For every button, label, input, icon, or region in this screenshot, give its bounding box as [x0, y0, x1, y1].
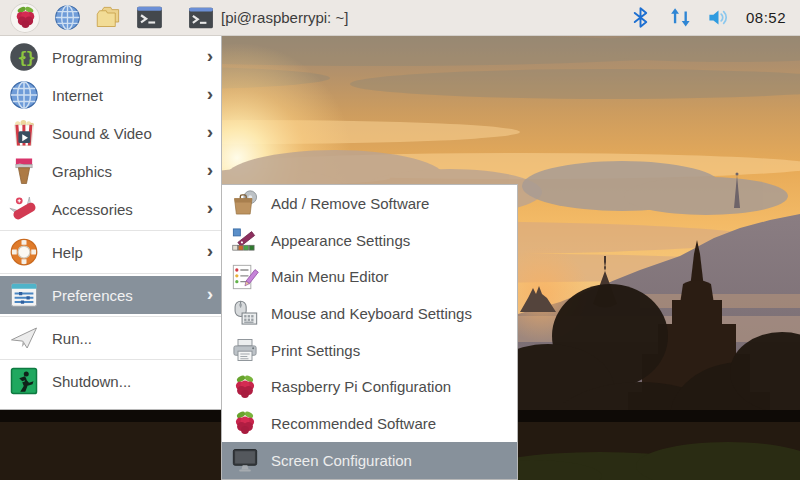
programming-icon: { }	[9, 42, 39, 72]
paper-plane-icon	[9, 323, 39, 353]
menu-item-label: Accessories	[52, 201, 194, 218]
submenu-arrow-icon: ›	[207, 84, 213, 106]
menu-item-graphics[interactable]: Graphics ›	[0, 152, 221, 190]
taskbar: [pi@raspberrypi: ~] 08:52	[0, 0, 800, 36]
menu-item-label: Preferences	[52, 287, 194, 304]
submenu-arrow-icon: ›	[207, 160, 213, 182]
submenu-item-appearance-settings[interactable]: Appearance Settings	[222, 222, 517, 259]
menu-item-run[interactable]: Run...	[0, 319, 221, 357]
submenu-item-add-remove-software[interactable]: Add / Remove Software	[222, 185, 517, 222]
raspberry-icon	[231, 373, 259, 401]
internet-globe-icon	[9, 80, 39, 110]
popcorn-media-icon	[9, 118, 39, 148]
raspberry-icon	[12, 4, 39, 31]
svg-text:}: }	[26, 48, 36, 67]
menu-item-internet[interactable]: Internet ›	[0, 76, 221, 114]
submenu-item-label: Screen Configuration	[271, 452, 507, 469]
monitor-icon	[231, 446, 259, 474]
menu-item-accessories[interactable]: Accessories ›	[0, 190, 221, 228]
color-swatches-icon	[231, 226, 259, 254]
menu-item-label: Help	[52, 244, 194, 261]
submenu-item-main-menu-editor[interactable]: Main Menu Editor	[222, 258, 517, 295]
menu-item-programming[interactable]: { } Programming ›	[0, 38, 221, 76]
menu-item-label: Graphics	[52, 163, 194, 180]
clock[interactable]: 08:52	[746, 9, 786, 26]
submenu-arrow-icon: ›	[207, 122, 213, 144]
submenu-item-label: Print Settings	[271, 342, 507, 359]
list-pencil-icon	[231, 263, 259, 291]
submenu-item-screen-configuration[interactable]: Screen Configuration	[222, 442, 517, 479]
submenu-item-label: Mouse and Keyboard Settings	[271, 305, 507, 322]
menu-separator	[0, 230, 221, 231]
menu-button[interactable]	[10, 3, 40, 33]
submenu-arrow-icon: ›	[207, 198, 213, 220]
globe-icon	[54, 4, 81, 31]
terminal-launcher[interactable]	[135, 4, 163, 32]
file-manager-launcher[interactable]	[94, 4, 122, 32]
bluetooth-icon[interactable]	[629, 6, 652, 29]
folders-icon	[95, 4, 122, 31]
paintbrush-icon	[9, 156, 39, 186]
menu-separator	[0, 359, 221, 360]
menu-separator	[0, 273, 221, 274]
submenu-item-print-settings[interactable]: Print Settings	[222, 332, 517, 369]
software-bag-disc-icon	[231, 189, 259, 217]
taskbar-tray: 08:52	[629, 6, 790, 29]
swiss-army-knife-icon	[9, 194, 39, 224]
menu-item-label: Shutdown...	[52, 373, 213, 390]
task-button-terminal-window[interactable]: [pi@raspberrypi: ~]	[182, 3, 354, 33]
submenu-item-label: Add / Remove Software	[271, 195, 507, 212]
task-button-label: [pi@raspberrypi: ~]	[221, 9, 348, 26]
menu-item-shutdown[interactable]: Shutdown...	[0, 362, 221, 400]
menu-item-help[interactable]: Help ›	[0, 233, 221, 271]
menu-separator	[0, 316, 221, 317]
exit-sign-icon	[9, 366, 39, 396]
menu-item-sound-video[interactable]: Sound & Video ›	[0, 114, 221, 152]
terminal-icon	[188, 5, 214, 31]
browser-launcher[interactable]	[53, 4, 81, 32]
submenu-item-recommended-software[interactable]: Recommended Software	[222, 405, 517, 442]
submenu-item-mouse-keyboard-settings[interactable]: Mouse and Keyboard Settings	[222, 295, 517, 332]
application-menu: { } Programming › Internet ›	[0, 36, 222, 410]
terminal-icon	[136, 4, 163, 31]
network-arrows-icon[interactable]	[668, 6, 691, 29]
menu-item-preferences[interactable]: Preferences ›	[0, 276, 221, 314]
menu-item-label: Run...	[52, 330, 213, 347]
settings-window-icon	[9, 280, 39, 310]
taskbar-launchers: [pi@raspberrypi: ~]	[10, 3, 354, 33]
desktop: [pi@raspberrypi: ~] 08:52	[0, 0, 800, 480]
printer-icon	[231, 336, 259, 364]
menu-item-label: Programming	[52, 49, 194, 66]
preferences-submenu: Add / Remove Software Appearance Setting…	[221, 184, 518, 480]
submenu-item-label: Appearance Settings	[271, 232, 507, 249]
raspberry-icon	[231, 409, 259, 437]
submenu-arrow-icon: ›	[207, 284, 213, 306]
submenu-item-label: Recommended Software	[271, 415, 507, 432]
submenu-item-label: Raspberry Pi Configuration	[271, 378, 507, 395]
submenu-item-raspberry-pi-configuration[interactable]: Raspberry Pi Configuration	[222, 368, 517, 405]
menu-item-label: Sound & Video	[52, 125, 194, 142]
submenu-arrow-icon: ›	[207, 241, 213, 263]
volume-icon[interactable]	[707, 6, 730, 29]
menu-item-label: Internet	[52, 87, 194, 104]
lifebuoy-icon	[9, 237, 39, 267]
submenu-item-label: Main Menu Editor	[271, 268, 507, 285]
submenu-arrow-icon: ›	[207, 46, 213, 68]
mouse-keyboard-icon	[231, 299, 259, 327]
